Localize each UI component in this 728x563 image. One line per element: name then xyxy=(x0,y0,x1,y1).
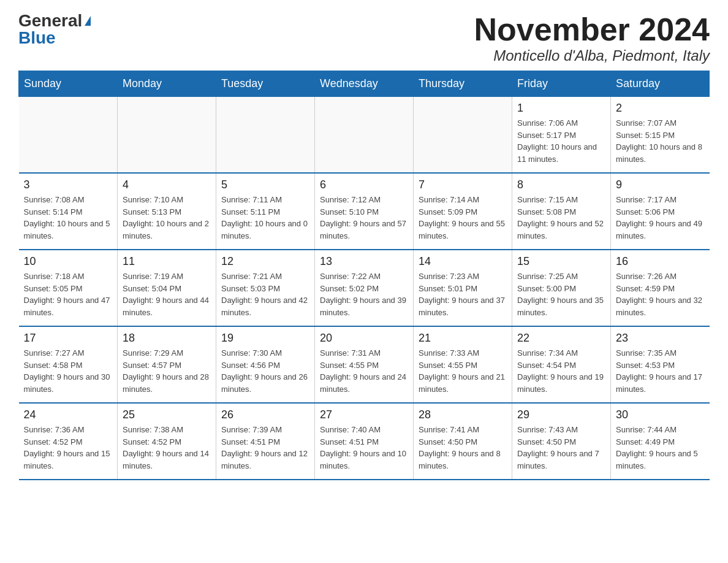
day-number: 14 xyxy=(419,255,507,268)
header-day-thursday: Thursday xyxy=(414,71,512,97)
header-day-tuesday: Tuesday xyxy=(216,71,315,97)
day-number: 28 xyxy=(419,408,507,421)
day-cell: 15Sunrise: 7:25 AMSunset: 5:00 PMDayligh… xyxy=(512,250,611,326)
month-title: November 2024 xyxy=(474,12,710,47)
week-row-3: 10Sunrise: 7:18 AMSunset: 5:05 PMDayligh… xyxy=(19,250,710,326)
day-cell: 22Sunrise: 7:34 AMSunset: 4:54 PMDayligh… xyxy=(512,326,611,403)
day-cell: 23Sunrise: 7:35 AMSunset: 4:53 PMDayligh… xyxy=(611,326,710,403)
header-day-saturday: Saturday xyxy=(611,71,710,97)
page-header: General Blue November 2024 Monticello d'… xyxy=(18,12,710,64)
day-cell: 27Sunrise: 7:40 AMSunset: 4:51 PMDayligh… xyxy=(315,403,414,480)
location-title: Monticello d'Alba, Piedmont, Italy xyxy=(474,47,710,64)
day-number: 29 xyxy=(517,408,605,421)
day-info: Sunrise: 7:23 AMSunset: 5:01 PMDaylight:… xyxy=(419,270,507,318)
day-number: 22 xyxy=(517,332,605,345)
day-cell: 18Sunrise: 7:29 AMSunset: 4:57 PMDayligh… xyxy=(118,326,216,403)
logo-triangle-icon xyxy=(85,16,91,26)
day-info: Sunrise: 7:12 AMSunset: 5:10 PMDaylight:… xyxy=(320,194,408,242)
day-info: Sunrise: 7:06 AMSunset: 5:17 PMDaylight:… xyxy=(517,117,605,165)
calendar-header-row: SundayMondayTuesdayWednesdayThursdayFrid… xyxy=(19,71,710,97)
day-cell: 14Sunrise: 7:23 AMSunset: 5:01 PMDayligh… xyxy=(414,250,512,326)
day-info: Sunrise: 7:38 AMSunset: 4:52 PMDaylight:… xyxy=(123,424,211,472)
day-number: 21 xyxy=(419,332,507,345)
day-cell: 5Sunrise: 7:11 AMSunset: 5:11 PMDaylight… xyxy=(216,173,315,250)
day-cell xyxy=(315,97,414,174)
day-info: Sunrise: 7:21 AMSunset: 5:03 PMDaylight:… xyxy=(221,270,309,318)
day-cell: 11Sunrise: 7:19 AMSunset: 5:04 PMDayligh… xyxy=(118,250,216,326)
day-info: Sunrise: 7:22 AMSunset: 5:02 PMDaylight:… xyxy=(320,270,408,318)
week-row-5: 24Sunrise: 7:36 AMSunset: 4:52 PMDayligh… xyxy=(19,403,710,480)
day-number: 25 xyxy=(123,408,211,421)
day-cell: 9Sunrise: 7:17 AMSunset: 5:06 PMDaylight… xyxy=(611,173,710,250)
header-day-monday: Monday xyxy=(118,71,216,97)
day-number: 12 xyxy=(221,255,309,268)
day-info: Sunrise: 7:34 AMSunset: 4:54 PMDaylight:… xyxy=(517,347,605,395)
day-cell: 19Sunrise: 7:30 AMSunset: 4:56 PMDayligh… xyxy=(216,326,315,403)
day-cell: 4Sunrise: 7:10 AMSunset: 5:13 PMDaylight… xyxy=(118,173,216,250)
day-number: 17 xyxy=(24,332,113,345)
day-info: Sunrise: 7:15 AMSunset: 5:08 PMDaylight:… xyxy=(517,194,605,242)
day-number: 13 xyxy=(320,255,408,268)
week-row-1: 1Sunrise: 7:06 AMSunset: 5:17 PMDaylight… xyxy=(19,97,710,174)
day-cell: 16Sunrise: 7:26 AMSunset: 4:59 PMDayligh… xyxy=(611,250,710,326)
day-info: Sunrise: 7:18 AMSunset: 5:05 PMDaylight:… xyxy=(24,270,113,318)
title-block: November 2024 Monticello d'Alba, Piedmon… xyxy=(474,12,710,64)
day-number: 16 xyxy=(616,255,705,268)
logo-blue-text: Blue xyxy=(18,29,56,47)
day-cell: 1Sunrise: 7:06 AMSunset: 5:17 PMDaylight… xyxy=(512,97,611,174)
day-info: Sunrise: 7:11 AMSunset: 5:11 PMDaylight:… xyxy=(221,194,309,242)
day-cell: 8Sunrise: 7:15 AMSunset: 5:08 PMDaylight… xyxy=(512,173,611,250)
day-info: Sunrise: 7:26 AMSunset: 4:59 PMDaylight:… xyxy=(616,270,705,318)
day-cell: 10Sunrise: 7:18 AMSunset: 5:05 PMDayligh… xyxy=(19,250,118,326)
day-info: Sunrise: 7:43 AMSunset: 4:50 PMDaylight:… xyxy=(517,424,605,472)
day-cell: 6Sunrise: 7:12 AMSunset: 5:10 PMDaylight… xyxy=(315,173,414,250)
day-number: 23 xyxy=(616,332,705,345)
day-info: Sunrise: 7:14 AMSunset: 5:09 PMDaylight:… xyxy=(419,194,507,242)
day-cell: 3Sunrise: 7:08 AMSunset: 5:14 PMDaylight… xyxy=(19,173,118,250)
day-cell: 28Sunrise: 7:41 AMSunset: 4:50 PMDayligh… xyxy=(414,403,512,480)
day-info: Sunrise: 7:08 AMSunset: 5:14 PMDaylight:… xyxy=(24,194,113,242)
day-cell: 25Sunrise: 7:38 AMSunset: 4:52 PMDayligh… xyxy=(118,403,216,480)
day-info: Sunrise: 7:41 AMSunset: 4:50 PMDaylight:… xyxy=(419,424,507,472)
week-row-2: 3Sunrise: 7:08 AMSunset: 5:14 PMDaylight… xyxy=(19,173,710,250)
day-info: Sunrise: 7:10 AMSunset: 5:13 PMDaylight:… xyxy=(123,194,211,242)
day-info: Sunrise: 7:39 AMSunset: 4:51 PMDaylight:… xyxy=(221,424,309,472)
header-day-sunday: Sunday xyxy=(19,71,118,97)
day-number: 7 xyxy=(419,178,507,191)
day-info: Sunrise: 7:33 AMSunset: 4:55 PMDaylight:… xyxy=(419,347,507,395)
day-cell: 21Sunrise: 7:33 AMSunset: 4:55 PMDayligh… xyxy=(414,326,512,403)
day-info: Sunrise: 7:44 AMSunset: 4:49 PMDaylight:… xyxy=(616,424,705,472)
day-number: 1 xyxy=(517,102,605,115)
day-info: Sunrise: 7:07 AMSunset: 5:15 PMDaylight:… xyxy=(616,117,705,165)
day-cell xyxy=(19,97,118,174)
day-cell: 13Sunrise: 7:22 AMSunset: 5:02 PMDayligh… xyxy=(315,250,414,326)
day-number: 5 xyxy=(221,178,309,191)
logo: General Blue xyxy=(18,12,91,47)
day-info: Sunrise: 7:30 AMSunset: 4:56 PMDaylight:… xyxy=(221,347,309,395)
day-cell: 2Sunrise: 7:07 AMSunset: 5:15 PMDaylight… xyxy=(611,97,710,174)
day-info: Sunrise: 7:19 AMSunset: 5:04 PMDaylight:… xyxy=(123,270,211,318)
day-cell: 7Sunrise: 7:14 AMSunset: 5:09 PMDaylight… xyxy=(414,173,512,250)
day-cell: 29Sunrise: 7:43 AMSunset: 4:50 PMDayligh… xyxy=(512,403,611,480)
calendar-table: SundayMondayTuesdayWednesdayThursdayFrid… xyxy=(18,71,710,480)
day-number: 15 xyxy=(517,255,605,268)
day-cell: 26Sunrise: 7:39 AMSunset: 4:51 PMDayligh… xyxy=(216,403,315,480)
day-info: Sunrise: 7:40 AMSunset: 4:51 PMDaylight:… xyxy=(320,424,408,472)
week-row-4: 17Sunrise: 7:27 AMSunset: 4:58 PMDayligh… xyxy=(19,326,710,403)
day-number: 10 xyxy=(24,255,113,268)
header-day-wednesday: Wednesday xyxy=(315,71,414,97)
day-cell: 20Sunrise: 7:31 AMSunset: 4:55 PMDayligh… xyxy=(315,326,414,403)
day-info: Sunrise: 7:36 AMSunset: 4:52 PMDaylight:… xyxy=(24,424,113,472)
day-number: 6 xyxy=(320,178,408,191)
logo-general-text: General xyxy=(18,12,82,29)
day-cell xyxy=(118,97,216,174)
day-number: 27 xyxy=(320,408,408,421)
day-cell: 30Sunrise: 7:44 AMSunset: 4:49 PMDayligh… xyxy=(611,403,710,480)
day-number: 9 xyxy=(616,178,705,191)
day-number: 11 xyxy=(123,255,211,268)
day-number: 3 xyxy=(24,178,113,191)
header-day-friday: Friday xyxy=(512,71,611,97)
day-number: 19 xyxy=(221,332,309,345)
day-cell: 12Sunrise: 7:21 AMSunset: 5:03 PMDayligh… xyxy=(216,250,315,326)
day-info: Sunrise: 7:27 AMSunset: 4:58 PMDaylight:… xyxy=(24,347,113,395)
